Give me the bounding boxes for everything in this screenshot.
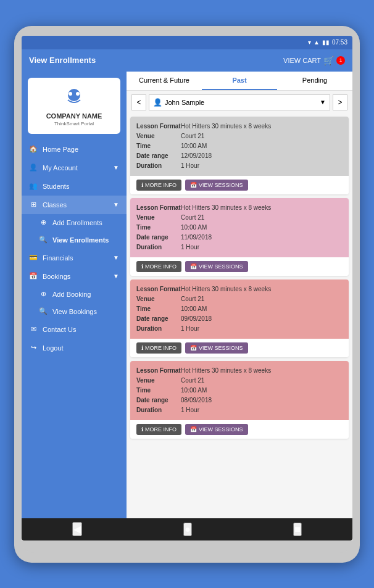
label-duration-1: Duration — [136, 161, 181, 171]
label-time-3: Time — [136, 304, 181, 314]
tab-past[interactable]: Past — [202, 72, 277, 90]
info-icon-3: ℹ — [141, 345, 143, 351]
user-select[interactable]: 👤 John Sample ▼ — [149, 94, 330, 110]
main-content: Current & Future Past Pending < 👤 John S… — [127, 72, 352, 518]
view-cart-button[interactable]: VIEW CART 🛒 1 — [283, 56, 345, 65]
tab-pending[interactable]: Pending — [277, 72, 352, 90]
cart-badge: 1 — [336, 56, 345, 65]
card-actions-4: ℹ MORE INFO 📅 VIEW SESSIONS — [130, 420, 349, 439]
bookings-chevron-icon: ▼ — [113, 273, 119, 280]
wifi-icon: ▾ — [308, 39, 311, 46]
filter-next-button[interactable]: > — [333, 94, 347, 110]
value-date-range-4: 08/09/2018 — [181, 395, 212, 405]
company-logo: COMPANY NAME ThinkSmart Portal — [28, 78, 120, 134]
label-date-range-2: Date range — [136, 233, 181, 242]
sidebar-financials-label: Financials — [43, 254, 73, 262]
sidebar-item-my-account[interactable]: 👤 My Account ▼ — [22, 159, 127, 177]
top-bar: View Enrollments VIEW CART 🛒 1 — [22, 49, 352, 72]
sidebar-item-logout[interactable]: ↪ Logout — [22, 339, 127, 357]
logout-icon: ↪ — [29, 344, 38, 352]
more-info-button-3[interactable]: ℹ MORE INFO — [136, 342, 181, 354]
label-date-range-4: Date range — [136, 395, 181, 405]
user-select-name: John Sample — [165, 99, 204, 106]
tab-current-future[interactable]: Current & Future — [127, 72, 202, 90]
value-venue-4: Court 21 — [181, 376, 204, 386]
card-actions-1: ℹ MORE INFO 📅 VIEW SESSIONS — [130, 176, 349, 194]
sidebar-add-booking-label: Add Booking — [52, 291, 91, 298]
sidebar-item-financials[interactable]: 💳 Financials ▼ — [22, 249, 127, 267]
label-lesson-format-3: Lesson Format — [136, 284, 181, 294]
sidebar-item-view-bookings[interactable]: 🔍 View Bookings — [22, 303, 127, 320]
sidebar: COMPANY NAME ThinkSmart Portal 🏠 Home Pa… — [22, 72, 127, 518]
back-button[interactable]: ◀ — [72, 522, 82, 536]
add-enroll-icon: ⊕ — [39, 218, 48, 227]
enrollment-card-4: Lesson Format Hot Hitters 30 minutes x 8… — [130, 361, 349, 439]
signal-icon: ▲ — [314, 39, 320, 46]
company-name: COMPANY NAME — [46, 112, 102, 120]
view-sessions-button-1[interactable]: 📅 VIEW SESSIONS — [185, 180, 248, 191]
calendar-icon-3: 📅 — [190, 345, 197, 351]
info-icon-1: ℹ — [141, 182, 143, 188]
status-bar: ▾ ▲ ▮▮ 07:53 — [22, 36, 352, 49]
svg-point-2 — [76, 92, 80, 96]
sidebar-item-add-booking[interactable]: ⊕ Add Booking — [22, 286, 127, 303]
recent-button[interactable]: ■ — [293, 523, 302, 536]
value-venue-1: Court 21 — [181, 131, 204, 141]
sidebar-item-home[interactable]: 🏠 Home Page — [22, 140, 127, 159]
more-info-button-2[interactable]: ℹ MORE INFO — [136, 261, 181, 272]
tablet-bottom — [22, 540, 352, 553]
info-icon-4: ℹ — [141, 426, 143, 433]
value-lesson-format-3: Hot Hitters 30 minutes x 8 weeks — [181, 284, 271, 294]
bottom-nav: ◀ ● ■ — [22, 518, 352, 540]
more-info-button-1[interactable]: ℹ MORE INFO — [136, 180, 181, 191]
more-info-button-4[interactable]: ℹ MORE INFO — [136, 424, 181, 435]
view-sessions-button-2[interactable]: 📅 VIEW SESSIONS — [185, 261, 248, 272]
top-bar-title: View Enrollments — [29, 56, 96, 65]
sidebar-home-label: Home Page — [43, 146, 78, 153]
calendar-icon-4: 📅 — [190, 426, 197, 433]
sidebar-item-bookings[interactable]: 📅 Bookings ▼ — [22, 267, 127, 286]
sidebar-item-view-enrollments[interactable]: 🔍 View Enrollments — [22, 231, 127, 249]
label-duration-4: Duration — [136, 405, 181, 415]
enrollment-card-3: Lesson Format Hot Hitters 30 minutes x 8… — [130, 280, 349, 357]
enrollment-card-2: Lesson Format Hot Hitters 30 minutes x 8… — [130, 198, 349, 276]
label-lesson-format-2: Lesson Format — [136, 203, 181, 213]
label-venue-1: Venue — [136, 131, 181, 141]
value-time-3: 10:00 AM — [181, 304, 207, 314]
bookings-icon: 📅 — [29, 272, 38, 281]
sidebar-classes-label: Classes — [43, 201, 67, 209]
value-time-2: 10:00 AM — [181, 223, 207, 233]
sidebar-logout-label: Logout — [43, 344, 64, 352]
value-lesson-format-2: Hot Hitters 30 minutes x 8 weeks — [181, 203, 271, 213]
sidebar-contact-label: Contact Us — [43, 326, 76, 333]
enrollment-list: Lesson Format Hot Hitters 30 minutes x 8… — [127, 114, 352, 518]
classes-chevron-icon: ▼ — [113, 201, 119, 208]
sidebar-item-contact-us[interactable]: ✉ Contact Us — [22, 320, 127, 339]
filter-prev-button[interactable]: < — [131, 94, 146, 110]
sidebar-item-classes[interactable]: ⊞ Classes ▼ — [22, 196, 127, 214]
view-sessions-button-4[interactable]: 📅 VIEW SESSIONS — [185, 424, 248, 435]
status-time: 07:53 — [332, 39, 347, 46]
value-lesson-format-1: Hot Hitters 30 minutes x 8 weeks — [181, 122, 271, 131]
label-venue-2: Venue — [136, 213, 181, 223]
label-duration-2: Duration — [136, 242, 181, 252]
value-duration-3: 1 Hour — [181, 324, 199, 334]
value-time-1: 10:00 AM — [181, 141, 207, 151]
sidebar-item-add-enrollments[interactable]: ⊕ Add Enrollments — [22, 214, 127, 231]
card-header-1: Lesson Format Hot Hitters 30 minutes x 8… — [130, 117, 349, 176]
calendar-icon-1: 📅 — [190, 182, 197, 188]
card-header-4: Lesson Format Hot Hitters 30 minutes x 8… — [130, 361, 349, 420]
calendar-icon-2: 📅 — [190, 263, 197, 270]
sidebar-item-students[interactable]: 👥 Students — [22, 177, 127, 196]
value-date-range-2: 11/09/2018 — [181, 233, 212, 242]
view-enroll-icon: 🔍 — [39, 236, 48, 244]
add-booking-icon: ⊕ — [39, 290, 48, 299]
sidebar-students-label: Students — [43, 183, 69, 190]
sidebar-add-enroll-label: Add Enrollments — [52, 219, 102, 226]
view-bookings-icon: 🔍 — [39, 307, 48, 316]
card-header-2: Lesson Format Hot Hitters 30 minutes x 8… — [130, 198, 349, 257]
financials-chevron-icon: ▼ — [113, 254, 119, 261]
status-icons: ▾ ▲ ▮▮ 07:53 — [308, 39, 347, 46]
view-sessions-button-3[interactable]: 📅 VIEW SESSIONS — [185, 342, 248, 354]
home-button[interactable]: ● — [183, 523, 192, 536]
